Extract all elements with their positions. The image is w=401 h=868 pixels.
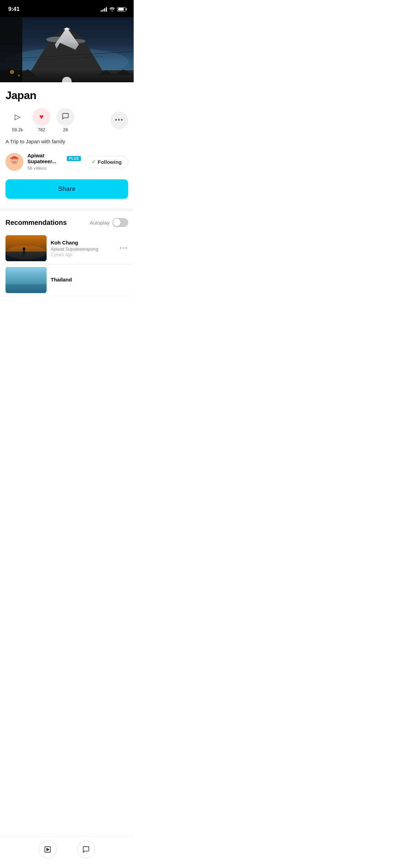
follow-button[interactable]: ✓ Following — [85, 156, 128, 168]
creator-row: Apiwat Supateeer... PLUS 56 videos ✓ Fol… — [5, 153, 128, 171]
more-button[interactable]: ••• — [110, 111, 128, 129]
svg-point-28 — [23, 248, 25, 250]
follow-check-icon: ✓ — [92, 159, 96, 165]
video-player[interactable] — [0, 17, 134, 82]
recommendations-header: Recommendations Autoplay — [0, 211, 134, 232]
svg-point-5 — [46, 37, 67, 42]
status-time: 9:41 — [8, 6, 20, 13]
rec-info-thailand: Thailand — [51, 277, 128, 284]
autoplay-label: Autoplay — [90, 220, 110, 226]
rec-thumbnail-koh-chang — [5, 235, 47, 261]
status-bar: 9:41 — [0, 0, 134, 17]
svg-rect-26 — [5, 252, 47, 261]
heart-icon: ♥ — [39, 112, 44, 121]
like-action[interactable]: ♥ 782 — [29, 108, 53, 132]
comment-icon — [62, 112, 69, 122]
play-button[interactable]: ▷ — [9, 108, 26, 126]
autoplay-toggle[interactable] — [112, 218, 128, 227]
creator-avatar[interactable] — [5, 153, 23, 171]
svg-point-22 — [16, 159, 17, 160]
play-action[interactable]: ▷ 59.2k — [5, 108, 29, 132]
svg-point-15 — [10, 70, 14, 74]
autoplay-row[interactable]: Autoplay — [90, 218, 128, 227]
more-icon: ••• — [115, 117, 124, 124]
follow-label: Following — [98, 159, 122, 165]
like-count: 782 — [38, 127, 45, 132]
status-icons — [101, 7, 127, 12]
comment-action[interactable]: 28 — [53, 108, 77, 132]
creator-video-count: 56 videos — [27, 166, 47, 171]
svg-rect-23 — [10, 157, 19, 159]
rec-title: Thailand — [51, 277, 128, 282]
rec-title: Koh Chang — [51, 240, 116, 245]
toggle-knob — [113, 219, 121, 226]
wifi-icon — [109, 7, 115, 12]
channel-title: Japan — [5, 89, 128, 102]
svg-rect-27 — [23, 250, 25, 254]
recommendations-title: Recommendations — [5, 219, 67, 227]
recommendations-section: Recommendations Autoplay — [0, 211, 134, 296]
video-thumbnail — [0, 17, 134, 82]
comment-button[interactable] — [57, 108, 74, 126]
signal-icon — [101, 7, 107, 12]
play-icon: ▷ — [15, 112, 21, 121]
channel-description: A Trip to Japan with family — [5, 138, 128, 145]
svg-point-21 — [12, 159, 13, 160]
creator-name: Apiwat Supateeer... — [27, 153, 65, 164]
like-button[interactable]: ♥ — [33, 108, 50, 126]
svg-point-16 — [18, 74, 20, 76]
creator-info: Apiwat Supateeer... PLUS 56 videos — [27, 153, 81, 171]
plus-badge: PLUS — [67, 156, 81, 161]
recommendation-item[interactable]: Thailand — [0, 264, 134, 296]
rec-info-koh-chang: Koh Chang Apiwat Supateeerapong 2 years … — [51, 240, 116, 257]
section-divider — [0, 208, 134, 211]
rec-creator: Apiwat Supateeerapong — [51, 246, 116, 252]
svg-rect-30 — [5, 284, 47, 293]
rec-meta: 2 years ago — [51, 252, 116, 257]
comment-count: 28 — [63, 127, 68, 132]
battery-icon — [117, 7, 127, 12]
action-row: ▷ 59.2k ♥ 782 28 ••• — [5, 108, 128, 132]
rec-more-button[interactable]: ••• — [120, 245, 128, 252]
recommendation-item[interactable]: Koh Chang Apiwat Supateeerapong 2 years … — [0, 232, 134, 264]
content-area: Japan ▷ 59.2k ♥ 782 28 — [0, 82, 134, 208]
svg-point-6 — [69, 39, 86, 43]
share-button[interactable]: Share — [5, 179, 128, 199]
play-count: 59.2k — [12, 127, 23, 132]
rec-thumbnail-thailand — [5, 267, 47, 293]
